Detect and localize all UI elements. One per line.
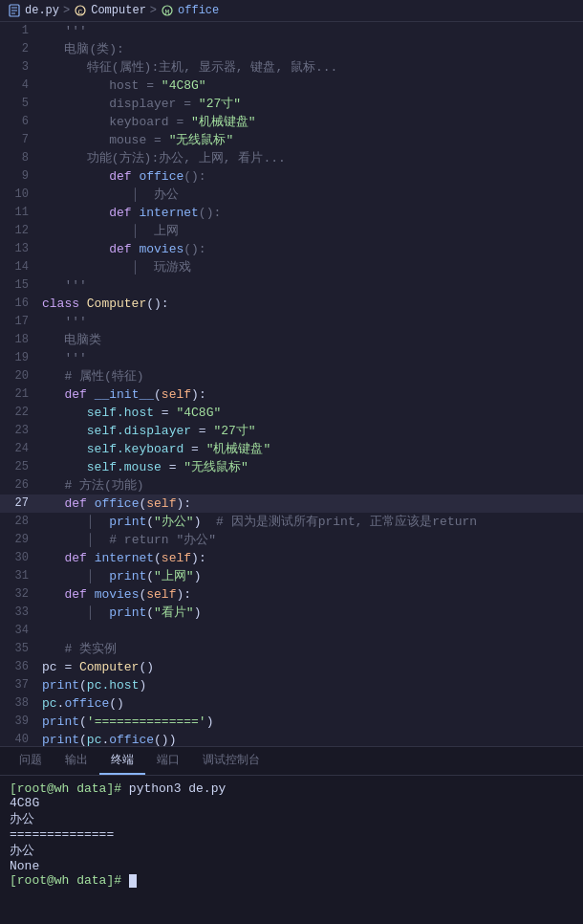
terminal-line: [root@wh data]# python3 de.py [10, 781, 573, 796]
code-line: 34 [0, 622, 583, 640]
code-line: 30 def internet(self): [0, 549, 583, 567]
tab-debug-console[interactable]: 调试控制台 [191, 747, 271, 775]
tab-terminal[interactable]: 终端 [99, 747, 145, 775]
breadcrumb-class[interactable]: Computer [91, 4, 146, 17]
terminal-cursor [129, 874, 137, 888]
tab-problems[interactable]: 问题 [8, 747, 54, 775]
code-container: 1 ''' 2 电脑(类): 3 特征(属性):主机, 显示器, 键盘, 鼠标.… [0, 22, 583, 746]
editor-area: 1 ''' 2 电脑(类): 3 特征(属性):主机, 显示器, 键盘, 鼠标.… [0, 22, 583, 746]
svg-text:C: C [78, 8, 83, 16]
class-icon: C [74, 4, 87, 17]
terminal-output-line: ============== [10, 827, 573, 842]
code-line: 36 pc = Computer() [0, 658, 583, 676]
code-line: 13 def movies(): [0, 240, 583, 258]
code-line: 6 keyboard = "机械键盘" [0, 113, 583, 131]
breadcrumb-sep1: > [63, 4, 70, 17]
code-line: 12 │ 上网 [0, 222, 583, 240]
code-line: 37 print(pc.host) [0, 676, 583, 694]
code-line: 33 │ print("看片") [0, 604, 583, 622]
code-line: 9 def office(): [0, 167, 583, 186]
code-line: 32 def movies(self): [0, 585, 583, 604]
terminal-output-line: 办公 [10, 810, 573, 827]
code-line: 19 ''' [0, 349, 583, 367]
code-line: 26 # 方法(功能) [0, 476, 583, 495]
code-line: 7 mouse = "无线鼠标" [0, 131, 583, 149]
svg-text:M: M [165, 8, 170, 16]
code-line: 3 特征(属性):主机, 显示器, 键盘, 鼠标... [0, 58, 583, 77]
code-line: 5 displayer = "27寸" [0, 95, 583, 113]
method-icon: M [161, 4, 174, 17]
code-line: 23 self.displayer = "27寸" [0, 422, 583, 440]
terminal-output-line: None [10, 859, 573, 873]
terminal-output-line: 4C8G [10, 796, 573, 810]
code-line: 14 │ 玩游戏 [0, 258, 583, 276]
code-line: 29 │ # return "办公" [0, 531, 583, 549]
code-line: 17 ''' [0, 313, 583, 331]
code-line: 35 # 类实例 [0, 640, 583, 658]
terminal-prompt-line: [root@wh data]# [10, 873, 573, 888]
code-line: 10 │ 办公 [0, 186, 583, 204]
code-line: 4 host = "4C8G" [0, 77, 583, 95]
code-line: 16 class Computer(): [0, 295, 583, 313]
tab-output[interactable]: 输出 [54, 747, 99, 775]
code-line: 40 print(pc.office()) [0, 731, 583, 746]
code-line: 8 功能(方法):办公, 上网, 看片... [0, 149, 583, 167]
code-line: 21 def __init__(self): [0, 385, 583, 404]
code-line: 1 ''' [0, 22, 583, 40]
code-line: 18 电脑类 [0, 331, 583, 349]
code-line: 25 self.mouse = "无线鼠标" [0, 458, 583, 476]
code-line: 31 │ print("上网") [0, 567, 583, 585]
code-line: 28 │ print("办公") # 因为是测试所有print, 正常应该是re… [0, 513, 583, 531]
code-line: 22 self.host = "4C8G" [0, 404, 583, 422]
panel-tabs: 问题 输出 终端 端口 调试控制台 [0, 747, 583, 776]
code-line-active: 27 def office(self): [0, 495, 583, 513]
tab-ports[interactable]: 端口 [145, 747, 191, 775]
code-line: 20 # 属性(特征) [0, 367, 583, 385]
breadcrumb-sep2: > [150, 4, 157, 17]
code-line: 15 ''' [0, 276, 583, 295]
breadcrumb-method[interactable]: office [178, 4, 219, 17]
code-line: 11 def internet(): [0, 204, 583, 222]
code-line: 38 pc.office() [0, 694, 583, 713]
terminal-output-line: 办公 [10, 842, 573, 859]
code-line: 24 self.keyboard = "机械键盘" [0, 440, 583, 458]
code-line: 39 print('==============') [0, 713, 583, 731]
bottom-panel: 问题 输出 终端 端口 调试控制台 [root@wh data]# python… [0, 746, 583, 924]
terminal-content[interactable]: [root@wh data]# python3 de.py 4C8G 办公 ==… [0, 776, 583, 924]
file-icon [8, 4, 21, 17]
breadcrumb-file[interactable]: de.py [25, 4, 59, 17]
code-line: 2 电脑(类): [0, 40, 583, 58]
breadcrumb: de.py > C Computer > M office [0, 0, 583, 22]
